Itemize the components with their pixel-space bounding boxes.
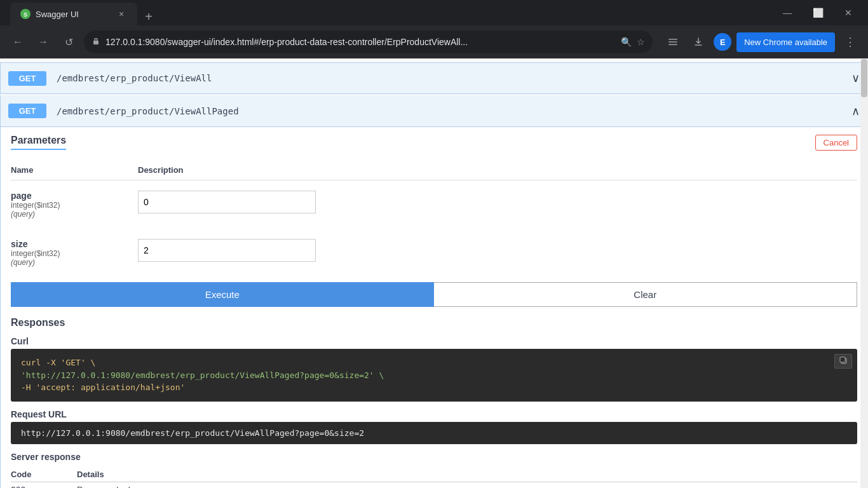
address-icons: E New Chrome available ⋮ — [663, 32, 860, 52]
scrollbar-thumb[interactable] — [861, 59, 867, 97]
param-name-col-size: size integer($int32) (query) — [11, 239, 138, 267]
swagger-content: GET /emdbrest/erp_product/ViewAll ∨ GET … — [0, 58, 868, 488]
parameters-title: Parameters — [11, 135, 66, 150]
expanded-endpoint-path: /emdbrest/erp_product/ViewAllPaged — [57, 106, 851, 116]
curl-section: Curl curl -X 'GET' \ 'http://127.0.0.1:9… — [11, 336, 857, 402]
request-url-label: Request URL — [11, 409, 857, 419]
response-header-code: Code — [11, 470, 62, 479]
svg-rect-5 — [668, 44, 677, 46]
curl-line3: -H 'accept: application/hal+json' — [21, 383, 185, 392]
action-buttons: Execute Clear — [11, 282, 857, 307]
param-location-page: (query) — [11, 210, 138, 219]
request-url-block: http://127.0.0.1:9080/emdbrest/erp_produ… — [11, 422, 857, 444]
page-content: GET /emdbrest/erp_product/ViewAll ∨ GET … — [0, 58, 868, 488]
svg-rect-4 — [668, 41, 677, 43]
new-chrome-button[interactable]: New Chrome available — [736, 32, 835, 52]
svg-rect-3 — [668, 39, 677, 40]
response-code-value: 200 — [11, 485, 62, 489]
reload-button[interactable]: ↺ — [58, 32, 79, 52]
profile-button[interactable]: E — [714, 33, 731, 51]
back-button[interactable]: ← — [8, 32, 28, 52]
execute-button[interactable]: Execute — [11, 282, 434, 307]
svg-rect-7 — [840, 357, 845, 362]
curl-label: Curl — [11, 336, 857, 346]
maximize-button[interactable]: ⬜ — [803, 0, 832, 25]
expanded-chevron-icon: ∧ — [851, 104, 860, 118]
swagger-section: GET /emdbrest/erp_product/ViewAll ∨ GET … — [0, 58, 868, 488]
parameters-section: Parameters Cancel Name Description page … — [1, 127, 867, 488]
server-response-section: Server response Code Details 200 Respons… — [11, 452, 857, 489]
lock-icon — [92, 37, 100, 48]
expanded-method-badge: GET — [8, 104, 46, 118]
server-response-label: Server response — [11, 452, 857, 462]
address-bar: ← → ↺ 127.0.0.1:9080/swagger-ui/index.ht… — [0, 25, 868, 58]
clear-button[interactable]: Clear — [434, 282, 858, 307]
curl-code-block: curl -X 'GET' \ 'http://127.0.0.1:9080/e… — [11, 349, 857, 402]
address-input-wrap[interactable]: 127.0.0.1:9080/swagger-ui/index.html#/er… — [84, 30, 653, 53]
params-header-row: Name Description — [11, 165, 857, 180]
curl-copy-button[interactable] — [834, 354, 852, 369]
param-name-size: size — [11, 239, 138, 249]
tab-bar: S Swagger UI × + — [5, 0, 768, 25]
params-header-description: Description — [138, 165, 857, 175]
param-row-page: page integer($int32) (query) — [11, 186, 857, 224]
title-bar: S Swagger UI × + — ⬜ ✕ — [0, 0, 868, 25]
param-location-size: (query) — [11, 258, 138, 267]
collapsed-method-badge: GET — [8, 71, 46, 86]
close-button[interactable]: ✕ — [834, 0, 863, 25]
collapsed-endpoint-row[interactable]: GET /emdbrest/erp_product/ViewAll ∨ — [0, 62, 868, 94]
expanded-endpoint: GET /emdbrest/erp_product/ViewAllPaged ∧… — [0, 95, 868, 488]
chrome-menu-button[interactable]: ⋮ — [840, 32, 860, 52]
window-controls-right: — ⬜ ✕ — [773, 0, 863, 25]
responses-section: Responses Curl curl -X 'GET' \ 'http://1… — [11, 317, 857, 488]
expanded-endpoint-header[interactable]: GET /emdbrest/erp_product/ViewAllPaged ∧ — [1, 95, 867, 127]
param-row-size: size integer($int32) (query) — [11, 234, 857, 272]
forward-button[interactable]: → — [33, 32, 53, 52]
search-icon: 🔍 — [621, 37, 632, 47]
response-header-details: Details — [77, 470, 128, 479]
download-icon-button[interactable] — [688, 32, 709, 52]
param-input-page[interactable] — [138, 191, 316, 214]
svg-text:S: S — [24, 11, 27, 18]
tab-favicon: S — [20, 9, 31, 19]
settings-icon-button[interactable] — [663, 32, 683, 52]
address-text: 127.0.0.1:9080/swagger-ui/index.html#/er… — [105, 37, 616, 47]
param-type-size: integer($int32) — [11, 249, 138, 258]
curl-line2: 'http://127.0.0.1:9080/emdbrest/erp_prod… — [21, 370, 384, 380]
response-table-header: Code Details — [11, 467, 857, 482]
collapsed-endpoint-path: /emdbrest/erp_product/ViewAll — [57, 73, 851, 83]
cancel-button[interactable]: Cancel — [815, 135, 857, 151]
bookmark-icon: ☆ — [637, 37, 645, 47]
param-type-page: integer($int32) — [11, 201, 138, 210]
tab-title: Swagger UI — [36, 10, 111, 19]
param-name-page: page — [11, 191, 138, 201]
minimize-button[interactable]: — — [773, 0, 802, 25]
scrollbar[interactable] — [860, 58, 868, 488]
request-url-section: Request URL http://127.0.0.1:9080/emdbre… — [11, 409, 857, 444]
collapsed-chevron-icon: ∨ — [851, 71, 860, 85]
svg-rect-2 — [93, 41, 98, 44]
param-name-col-page: page integer($int32) (query) — [11, 191, 138, 219]
param-input-col-page — [138, 191, 316, 214]
new-tab-button[interactable]: + — [140, 8, 158, 25]
curl-line1: curl -X 'GET' \ — [21, 358, 95, 367]
tab-close-button[interactable]: × — [116, 8, 127, 20]
param-input-col-size — [138, 239, 316, 262]
response-body-label: Response body — [77, 485, 134, 488]
param-input-size[interactable] — [138, 239, 316, 262]
active-tab[interactable]: S Swagger UI × — [10, 3, 137, 25]
response-code-row: 200 Response body — [11, 485, 857, 489]
params-header-name: Name — [11, 165, 138, 175]
responses-title: Responses — [11, 317, 857, 329]
